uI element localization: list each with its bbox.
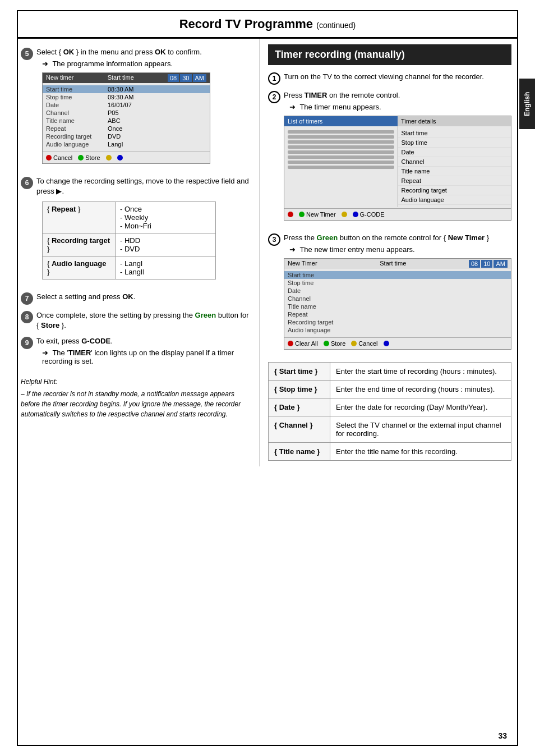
param-starttime: { Start time } Enter the start time of r… [269,363,511,381]
timer-list-dialog: List of timers Timer details [284,116,511,221]
step-6: 6 To change the recording settings, move… [21,176,251,286]
step-5-subnote: ➜ The programme information appears. [42,59,251,68]
nt-red-dot [288,341,293,346]
dialog-row-stoptime: Stop time 09:30 AM [43,93,210,101]
border-left [17,10,18,746]
param-stoptime-value: Enter the end time of recording (hours :… [330,381,511,398]
option-repeat-values: - Once- Weekly- Mon~Fri [116,201,216,233]
option-repeat-key: { Repeat } [43,201,116,233]
nt-green-dot [324,341,329,346]
timer-dialog-body: Start time Stop time Date Channel Title … [284,126,511,207]
dialog-1-body: Start time 08:30 AM Stop time 09:30 AM D… [43,83,210,150]
timer-list-item-1 [288,130,394,134]
yellow-btn [106,155,112,161]
right-step-3-subnote: ➜ The new timer entry menu appears. [289,245,511,254]
param-titlename: { Title name } Enter the title name for … [269,443,511,461]
step-7-number: 7 [21,292,33,305]
dialog-row-rectarget: Recording target DVD [43,132,210,140]
nt-channel: Channel [284,295,511,303]
param-titlename-key: { Title name } [269,443,330,461]
detail-starttime: Start time [398,129,511,138]
dialog-row-titlename: Title name ABC [43,117,210,125]
dialog-1-titlebar: New timer Start time 08 30 AM [43,73,210,83]
timer-dialog-1: New timer Start time 08 30 AM Start time… [42,72,210,164]
time-box-ampm: AM [193,74,207,82]
nt-clearall-btn: Clear All [288,340,318,347]
arrow-icon-9: ➜ [42,349,48,357]
timer-footer-blue: G-CODE [353,211,385,218]
timer-list-item-7 [288,161,394,164]
options-table: { Repeat } - Once- Weekly- Mon~Fri { Rec… [42,201,216,280]
border-bottom [17,745,518,746]
step-7: 7 Select a setting and press OK. [21,292,251,305]
new-timer-footer: Clear All Store Cancel [284,337,511,349]
step-9-subnote: ➜ The 'TIMER' icon lights up on the disp… [42,349,251,365]
step-6-number: 6 [21,177,33,189]
right-step-2: 2 Press TIMER on the remote control. ➜ T… [268,90,511,227]
timer-list-item-4 [288,145,394,149]
hint-text: – If the recorder is not in standby mode… [21,389,251,419]
step-8-number: 8 [21,311,33,323]
option-repeat: { Repeat } - Once- Weekly- Mon~Fri [43,201,216,233]
nt-date: Date [284,287,511,295]
nt-yellow-dot [351,341,357,346]
nt-rectarget: Recording target [284,318,511,326]
step-7-text: Select a setting and press OK. [36,292,251,302]
timer-list-item-6 [288,155,394,159]
param-channel-key: { Channel } [269,416,330,443]
detail-rectarget: Recording target [398,186,511,195]
right-step-2-text: Press TIMER on the remote control. [284,90,511,100]
timer-list-item-2 [288,135,394,139]
right-step-3: 3 Press the Green button on the remote c… [268,233,511,356]
page-title: Record TV Programme (continued) [18,0,517,39]
nt-starttime: Start time [284,271,511,279]
main-content: 5 Select { OK } in the menu and press OK… [18,39,517,466]
params-table: { Start time } Enter the start time of r… [268,362,511,461]
dialog-row-date: Date 16/01/07 [43,101,210,109]
new-timer-body: Start time Stop time Date Channel Title [284,269,511,336]
blue-btn [117,155,123,161]
timer-footer-red [288,211,293,218]
page-number: 33 [498,731,507,740]
param-channel: { Channel } Select the TV channel or the… [269,416,511,443]
dialog-row-channel: Channel P05 [43,109,210,117]
left-column: 5 Select { OK } in the menu and press OK… [18,39,259,466]
right-step-3-text: Press the Green button on the remote con… [284,233,511,243]
dialog-row-starttime: Start time 08:30 AM [43,85,210,93]
param-stoptime: { Stop time } Enter the end time of reco… [269,381,511,398]
right-step-2-subnote: ➜ The timer menu appears. [289,103,511,111]
param-titlename-value: Enter the title name for this recording. [330,443,511,461]
param-stoptime-key: { Stop time } [269,381,330,398]
timer-col-list: List of timers [284,116,398,126]
step-9: 9 To exit, press G-CODE. ➜ The 'TIMER' i… [21,336,251,370]
step-5-text: Select { OK } in the menu and press OK t… [36,47,251,57]
nt-titlename: Title name [284,303,511,310]
option-audiolang: { Audio language } - LangI- LangII [43,256,216,279]
dialog-row-audiolang: Audio language LangI [43,140,210,148]
option-rectarget-values: - HDD- DVD [116,233,216,256]
option-audiolang-values: - LangI- LangII [116,256,216,279]
timer-list-item-5 [288,150,394,154]
option-audiolang-key: { Audio language } [43,256,116,279]
detail-channel: Channel [398,157,511,167]
yellow-dot-r [342,212,347,217]
param-starttime-value: Enter the start time of recording (hours… [330,363,511,381]
new-timer-time-input: 08 10 AM [469,260,508,268]
nt-blue-btn [384,341,389,346]
new-timer-dialog: New Timer Start time 08 10 AM Start time [284,258,511,350]
cancel-btn: Cancel [46,154,72,161]
dialog-row-repeat: Repeat Once [43,125,210,132]
right-column: Timer recording (manually) 1 Turn on the… [259,39,517,466]
right-step-1: 1 Turn on the TV to the correct viewing … [268,72,511,85]
nt-audiolang: Audio language [284,326,511,334]
new-timer-hours: 08 [469,260,480,268]
english-tab: English [519,79,535,129]
nt-cancel-btn: Cancel [351,340,377,347]
step-6-text: To change the recording settings, move t… [36,176,251,196]
timer-list-item-3 [288,140,394,144]
detail-titlename: Title name [398,167,511,176]
timer-list-item-8 [288,166,394,169]
nt-store-btn: Store [324,340,345,347]
border-top [17,10,518,11]
dialog-1-footer: Cancel Store [43,152,210,163]
